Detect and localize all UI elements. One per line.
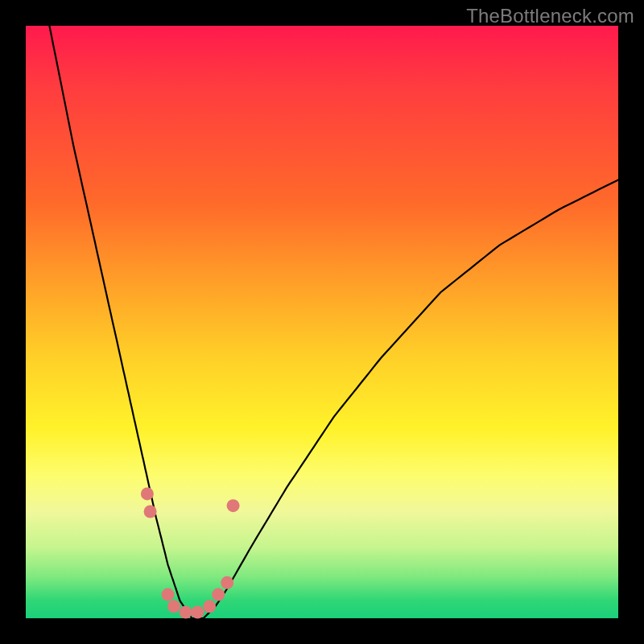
curve-layer [26, 26, 618, 618]
chart-frame: TheBottleneck.com [0, 0, 644, 644]
marker-dot [167, 600, 180, 613]
marker-dot [203, 600, 216, 613]
bottleneck-curve [26, 0, 618, 618]
marker-dot [180, 606, 192, 619]
marker-dot [191, 606, 204, 619]
marker-dot [144, 506, 157, 518]
marker-dot [212, 588, 225, 601]
marker-dots [141, 487, 240, 618]
plot-area [26, 26, 618, 618]
marker-dot [227, 499, 240, 512]
marker-dot [162, 588, 175, 601]
marker-dot [141, 487, 154, 500]
marker-dot [221, 576, 233, 589]
watermark-text: TheBottleneck.com [466, 5, 634, 27]
